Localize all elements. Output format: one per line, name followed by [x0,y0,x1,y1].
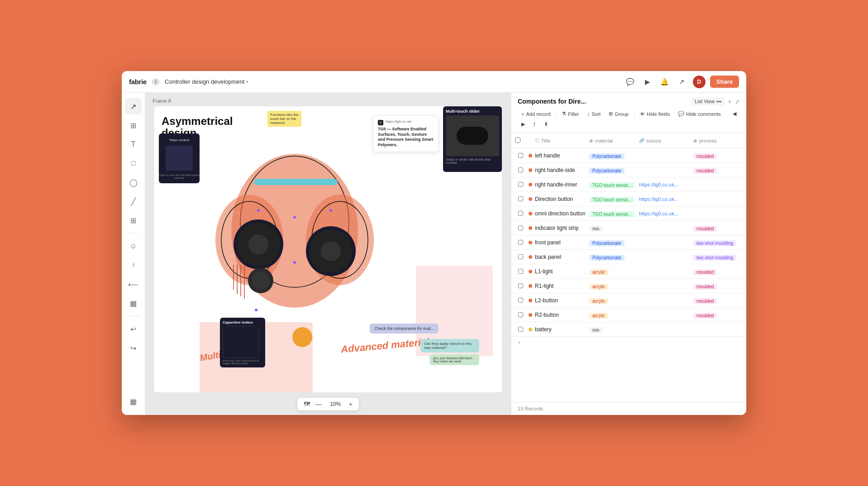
info-icon[interactable]: i [152,78,159,86]
sticky-note-functions[interactable]: Functions like the touch bar on the macb… [267,111,301,127]
table-row[interactable]: R1-light acrylic moulded 3 [511,279,746,293]
row-select-checkbox[interactable] [518,269,523,274]
tool-emoji[interactable]: ☺ [125,238,142,254]
row-dot [526,328,535,331]
project-title[interactable]: Controller design development ▾ [165,78,248,85]
dot-indicator [529,212,532,215]
table-row[interactable]: battery mix 13 [511,322,746,337]
tool-undo[interactable]: ↩ [125,321,142,337]
row-checkbox[interactable] [515,240,526,245]
svg-point-22 [293,261,296,264]
title-col-icon: Ⓣ [535,138,539,144]
group-btn[interactable]: ⊞ Group [605,109,632,119]
tool-frames[interactable]: ⊞ [125,117,142,133]
chat-icon[interactable]: 💬 [624,76,637,88]
process-tag: moulded [693,269,717,275]
row-checkbox[interactable] [515,254,526,259]
tool-select[interactable]: ↗ [125,98,142,114]
download-btn[interactable]: ⬇ [540,119,552,129]
tool-table[interactable]: ▦ [125,295,142,311]
row-checkbox[interactable] [515,312,526,317]
row-dot [526,255,535,259]
row-title: right handle-side [535,167,589,173]
row-checkbox[interactable] [515,167,526,172]
row-select-checkbox[interactable] [518,153,523,158]
notification-icon[interactable]: 🔔 [658,76,671,88]
zoom-out-button[interactable]: — [315,400,322,408]
tool-grid[interactable]: ⊞ [125,212,142,229]
row-select-checkbox[interactable] [518,225,523,230]
row-select-checkbox[interactable] [518,196,523,201]
hide-comments-btn[interactable]: 💬 Hide comments [674,109,724,119]
table-row[interactable]: back panel Polycarbonate two-shot mouldi… [511,250,746,264]
dot-indicator [529,255,532,259]
tool-redo[interactable]: ↪ [125,340,142,356]
row-select-checkbox[interactable] [518,240,523,245]
row-checkbox[interactable] [515,283,526,288]
table-row[interactable]: Direction button TGO touch sensit... htt… [511,192,746,206]
expand-icon[interactable]: ⤢ [735,98,740,105]
add-view-icon[interactable]: + [728,98,731,105]
dot-indicator [529,168,532,172]
tool-layers[interactable]: ▦ [125,393,142,410]
row-select-checkbox[interactable] [518,327,523,332]
row-select-checkbox[interactable] [518,298,523,303]
table-row[interactable]: L1-light acrylic moulded 4 [511,264,746,279]
row-checkbox[interactable] [515,211,526,216]
table-row[interactable]: right handle-side Polycarbonate moulded … [511,163,746,177]
row-checkbox[interactable] [515,153,526,158]
tool-text[interactable]: T [125,136,142,152]
row-process: moulded [693,296,746,305]
left-sidebar: ↗ ⊞ T □ ◯ ╱ ⊞ ☺ ↑ ⟵ ▦ ↩ ↪ ▦ [122,93,145,415]
row-select-checkbox[interactable] [518,182,523,187]
view-toggle[interactable]: List View ••• [691,97,725,105]
table-row[interactable]: right handle-inner TGO touch sensit... h… [511,177,746,192]
export-btn[interactable]: ⤴ [529,120,539,129]
canvas-map-icon[interactable]: 🗺 [304,400,310,408]
row-dot [526,270,535,273]
avatar[interactable]: D [693,76,706,88]
tool-indent[interactable]: ⟵ [125,276,142,292]
add-row-btn[interactable]: + [511,337,746,348]
records-count: 13 Records [518,406,543,411]
tool-line[interactable]: ╱ [125,193,142,210]
row-checkbox[interactable] [515,196,526,201]
hide-fields-btn[interactable]: 👁 Hide fields [636,110,673,119]
add-record-btn[interactable]: + Add record [518,110,554,119]
table-row[interactable]: left handle Polycarbonate moulded 12 [511,148,746,163]
tool-upload[interactable]: ↑ [125,257,142,273]
dot-indicator [529,154,532,157]
play-icon[interactable]: ▶ [641,76,654,88]
tool-rectangle[interactable]: □ [125,155,142,172]
row-process: moulded [693,224,746,232]
table-row[interactable]: omni direction button TGO touch sensit..… [511,206,746,221]
row-checkbox[interactable] [515,182,526,187]
row-select-checkbox[interactable] [518,254,523,259]
table-row[interactable]: L2-button acrylic moulded 2 [511,293,746,308]
capacitive-title: Capacitive button [223,320,262,324]
row-checkbox[interactable] [515,327,526,332]
header-check[interactable] [515,137,526,145]
row-checkbox[interactable] [515,225,526,230]
row-select-checkbox[interactable] [518,167,523,172]
table-row[interactable]: R2-button acrylic moulded 1 [511,308,746,322]
filter-btn[interactable]: ⚗ Filter [558,109,582,119]
row-select-checkbox[interactable] [518,211,523,216]
sort-btn[interactable]: ↕ Sort [584,110,605,119]
zoom-in-button[interactable]: + [349,400,353,408]
table-row[interactable]: front panel Polycarbonate two-shot mould… [511,235,746,250]
select-all-checkbox[interactable] [515,138,520,143]
row-checkbox[interactable] [515,298,526,303]
row-select-checkbox[interactable] [518,283,523,288]
tool-ellipse[interactable]: ◯ [125,174,142,191]
capacitive-desc: press any side of the button to trigger … [223,359,262,365]
nav-right-btn[interactable]: ▶ [518,119,529,129]
canvas-content[interactable]: Asymmetricaldesign Functions like the to… [154,106,502,392]
zoom-level: 10% [327,401,343,407]
row-checkbox[interactable] [515,269,526,274]
nav-left-btn[interactable]: ◀ [729,109,740,119]
row-select-checkbox[interactable] [518,312,523,317]
table-row[interactable]: indicator light strip mix moulded 7 [511,221,746,235]
cursor-icon[interactable]: ↗ [676,76,688,88]
share-button[interactable]: Share [710,76,739,88]
